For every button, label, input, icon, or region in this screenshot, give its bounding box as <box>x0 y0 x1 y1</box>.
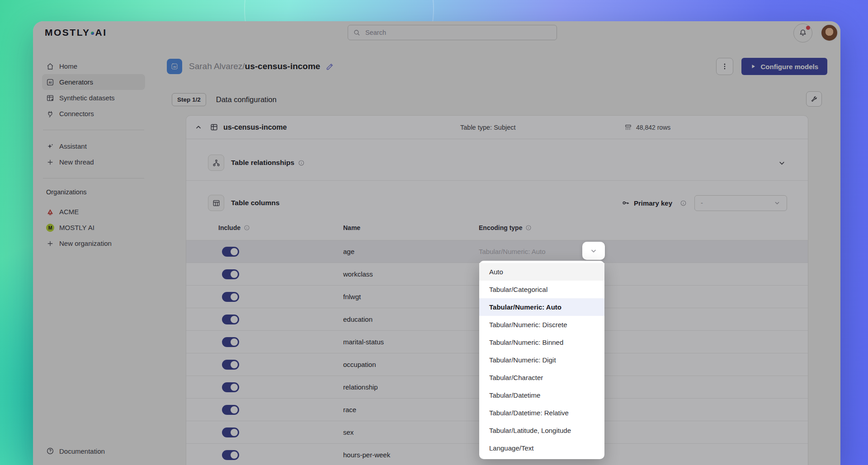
encoding-option[interactable]: Tabular/Latitude, Longitude <box>479 422 604 439</box>
encoding-option[interactable]: Tabular/Datetime <box>479 386 604 404</box>
encoding-option[interactable]: Auto <box>479 263 604 281</box>
encoding-option[interactable]: Tabular/Numeric: Auto <box>479 298 604 316</box>
encoding-option[interactable]: Language/Text <box>479 439 604 457</box>
dim-overlay <box>33 21 840 465</box>
encoding-option[interactable]: Tabular/Numeric: Binned <box>479 333 604 351</box>
encoding-option[interactable]: Tabular/Character <box>479 369 604 386</box>
encoding-option[interactable]: Tabular/Categorical <box>479 281 604 298</box>
encoding-option[interactable]: Tabular/Datetime: Relative <box>479 404 604 422</box>
encoding-option[interactable]: Tabular/Numeric: Discrete <box>479 316 604 333</box>
app-window: MOSTLY AI Home <box>33 21 840 465</box>
encoding-dropdown-menu: AutoTabular/CategoricalTabular/Numeric: … <box>479 261 604 459</box>
chevron-down-icon <box>590 247 598 255</box>
encoding-select-trigger[interactable] <box>582 242 605 260</box>
encoding-option[interactable]: Tabular/Numeric: Digit <box>479 351 604 369</box>
